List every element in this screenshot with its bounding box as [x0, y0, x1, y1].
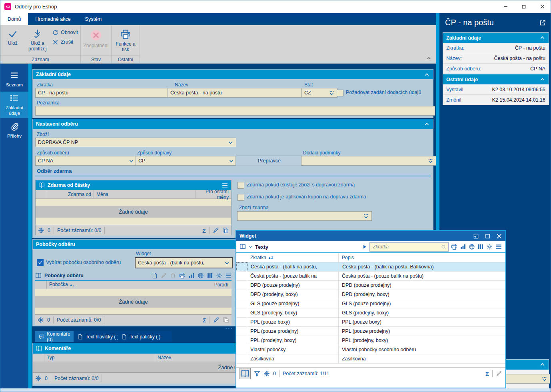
horizontal-splitter[interactable]: ••• — [226, 326, 234, 331]
zdarma-kupon-checkbox[interactable] — [238, 194, 244, 201]
book-icon[interactable] — [240, 368, 251, 379]
collapse-section-button[interactable] — [539, 35, 545, 41]
chart-icon[interactable] — [460, 244, 466, 250]
printer-icon[interactable] — [451, 244, 457, 250]
ribbon-collapse-button[interactable] — [426, 56, 431, 61]
col-popis[interactable]: Popis — [339, 255, 505, 260]
col-zkratka[interactable]: Zkratka▲2 — [247, 253, 339, 262]
maximize-button[interactable] — [515, 0, 533, 13]
zdarma-zbozi-checkbox[interactable] — [238, 182, 244, 189]
col-poradi[interactable]: Pořadí — [75, 282, 232, 288]
zbozi-combobox[interactable]: DOPRAVA ČP NP — [35, 138, 236, 147]
gear-icon[interactable] — [486, 244, 493, 250]
detail-list-icon — [10, 94, 19, 102]
list-item[interactable]: PPL (pouze boxy)PPL (pouze boxy) — [236, 318, 505, 327]
require-delivery-checkbox[interactable] — [337, 90, 343, 96]
list-item[interactable]: Česká pošta - (pouze balík naČeská pošta… — [236, 272, 505, 281]
stat-combobox[interactable]: CZ — [301, 88, 337, 98]
book-icon[interactable] — [240, 244, 246, 250]
snowflake-icon[interactable] — [35, 375, 42, 382]
tab-text-hlavicky[interactable]: Text hlavičky ( ) — [74, 331, 125, 342]
refresh-button[interactable]: Obnovit — [51, 28, 80, 37]
widget-titlebar[interactable]: Widget — [236, 231, 505, 241]
list-item[interactable]: Česká pošta - (balík na poštu,Česká pošt… — [236, 262, 505, 272]
external-link-icon[interactable] — [539, 20, 546, 26]
record-count: Počet záznamů: 1/11 — [283, 371, 329, 376]
zpusob-odberu-combobox[interactable]: ČP NA — [35, 156, 137, 166]
zpusob-dopravy-combobox[interactable]: CP — [136, 156, 237, 166]
col-pro-ostatni[interactable]: Pro ostatní měny — [196, 189, 231, 200]
gear-icon[interactable] — [216, 272, 222, 279]
snowflake-icon[interactable] — [264, 370, 270, 377]
trash-icon — [170, 272, 176, 279]
empty-row — [35, 289, 232, 296]
widget-combobox[interactable]: Česká pošta - (balík na poštu, — [135, 257, 233, 268]
pencil-icon[interactable] — [213, 317, 220, 323]
save-and-view-button[interactable]: Ulož a prohlížej — [24, 26, 51, 55]
list-item[interactable]: ZásilkovnaZásilkovna — [236, 354, 505, 364]
record-count: Počet záznamů: 0/0 — [54, 376, 98, 381]
nazev-field[interactable]: Česká pošta - na poštu — [168, 88, 304, 98]
copy-add-icon[interactable] — [222, 227, 229, 234]
close-button[interactable] — [533, 0, 551, 13]
collapse-section-button[interactable] — [424, 72, 430, 78]
hamburger-icon[interactable] — [222, 182, 228, 189]
tab-domu[interactable]: Domů — [0, 13, 28, 25]
tab-system[interactable]: Systém — [78, 13, 109, 25]
list-item[interactable]: Vlastní pobočkyVlastní pobočky osobního … — [236, 345, 505, 354]
save-button[interactable]: Ulož — [1, 26, 24, 55]
col-mena[interactable]: Měna — [94, 192, 196, 197]
cancel-button[interactable]: Zrušit — [51, 37, 80, 47]
collapse-section-button[interactable] — [539, 362, 545, 368]
snowflake-icon[interactable] — [38, 317, 44, 323]
tab-hromadne-akce[interactable]: Hromadné akce — [28, 13, 78, 25]
sidebar-item-prilohy[interactable]: Přílohy — [0, 118, 28, 143]
list-item[interactable]: PPL (pouze prodejny)PPL (pouze prodejny) — [236, 327, 505, 336]
collapse-section-button[interactable] — [424, 121, 430, 127]
snowflake-icon[interactable] — [38, 227, 44, 234]
collapse-section-button[interactable] — [539, 76, 545, 82]
prepravce-button[interactable]: Přepravce — [236, 156, 303, 166]
globe-icon[interactable] — [198, 272, 204, 279]
sigma-icon[interactable]: Σ — [203, 317, 206, 324]
widget-window: Widget Texty Zkratka▲2 — [236, 230, 506, 388]
vybirat-pobocku-checkbox[interactable] — [37, 259, 44, 266]
poznamka-field[interactable] — [35, 106, 435, 116]
functions-print-button[interactable]: Funkce a tisk — [112, 26, 139, 55]
new-record-icon[interactable] — [152, 272, 158, 279]
tab-text-paticky[interactable]: Text patičky ( ) — [118, 331, 172, 342]
columns-icon[interactable] — [207, 272, 213, 279]
list-item[interactable]: GLS (pouze prodejny)GLS (pouze prodejny) — [236, 299, 505, 308]
sidebar-item-zakladni-udaje[interactable]: Základní údaje — [0, 92, 28, 118]
list-item[interactable]: DPD (pouze prodejny)DPD (pouze prodejny) — [236, 281, 505, 290]
hamburger-icon[interactable] — [495, 243, 502, 250]
minimize-button[interactable] — [496, 0, 515, 13]
col-typ[interactable]: Typ — [44, 355, 155, 360]
printer-icon[interactable] — [179, 272, 186, 279]
filter-icon[interactable] — [254, 370, 260, 377]
sigma-icon[interactable]: Σ — [202, 227, 206, 234]
zbozi-zdarma-combobox[interactable] — [237, 211, 372, 221]
globe-icon[interactable] — [469, 244, 475, 250]
list-item[interactable]: DPD (prodejny, boxy)DPD (prodejny, boxy) — [236, 290, 505, 299]
col-pobocka[interactable]: Pobočka▲1 — [47, 282, 75, 288]
hamburger-icon[interactable] — [225, 272, 232, 279]
sidebar-item-seznam[interactable]: Seznam — [0, 67, 28, 92]
close-icon[interactable] — [496, 233, 502, 239]
search-input[interactable] — [372, 244, 441, 250]
chevron-down-icon[interactable] — [248, 245, 253, 249]
list-item[interactable]: GLS (prodejny, boxy)GLS (prodejny, boxy) — [236, 308, 505, 318]
list-item[interactable]: PPL (prodejny, boxy)PPL (prodejny, boxy) — [236, 336, 505, 345]
zkratka-field[interactable]: ČP - na poštu — [35, 88, 168, 98]
pencil-icon[interactable] — [213, 227, 219, 234]
dodaci-podminky-combobox[interactable] — [301, 156, 436, 166]
dock-icon[interactable] — [473, 233, 479, 239]
list-icon — [10, 71, 19, 80]
chart-icon[interactable] — [188, 272, 195, 279]
sigma-icon[interactable]: Σ — [485, 370, 489, 377]
maximize-icon[interactable] — [485, 233, 491, 239]
play-icon[interactable] — [362, 244, 367, 249]
columns-icon[interactable] — [477, 244, 484, 250]
section-header: Základní údaje — [33, 70, 433, 79]
col-zdarma-od[interactable]: Zdarma od — [47, 192, 94, 197]
